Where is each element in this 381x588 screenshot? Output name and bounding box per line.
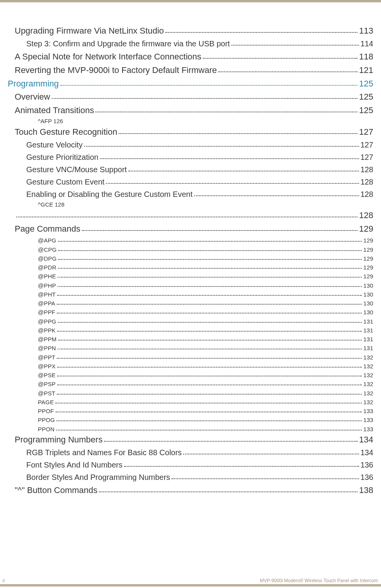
- toc-label: PPOF: [38, 408, 54, 414]
- toc-row[interactable]: @PPA 130: [8, 299, 373, 307]
- toc-page: 136: [361, 461, 373, 469]
- toc-row[interactable]: PAGE 132: [8, 398, 373, 405]
- toc-row[interactable]: Reverting the MVP-9000i to Factory Defau…: [8, 64, 373, 75]
- toc-row[interactable]: Touch Gesture Recognition 127: [8, 126, 373, 137]
- toc-row[interactable]: @APG 129: [8, 236, 373, 244]
- toc-row[interactable]: Enabling or Disabling the Gesture Custom…: [8, 189, 373, 199]
- toc-page: 136: [361, 473, 373, 482]
- toc-row[interactable]: Font Styles And Id Numbers 136: [8, 459, 373, 469]
- toc-label: Gesture Velocity: [26, 141, 83, 149]
- toc-row[interactable]: Upgrading Firmware Via NetLinx Studio 11…: [8, 25, 373, 36]
- dot-leader: [56, 407, 362, 412]
- dot-leader: [58, 281, 362, 286]
- dot-leader: [16, 209, 357, 217]
- toc-row[interactable]: @PPG 131: [8, 317, 373, 324]
- toc-row[interactable]: Programming 125: [8, 78, 373, 89]
- toc-label: @PDR: [38, 264, 56, 271]
- toc-page: 125: [359, 92, 373, 102]
- toc-page: 129: [363, 255, 373, 262]
- toc-row[interactable]: Step 3: Confirm and Upgrade the firmware…: [8, 38, 373, 48]
- toc-row[interactable]: "^" Button Commands 138: [8, 484, 373, 495]
- toc-row[interactable]: @PPN 131: [8, 344, 373, 351]
- toc-page: 132: [363, 399, 373, 405]
- toc-row[interactable]: Programming Numbers 134: [8, 434, 373, 445]
- toc-label: Overview: [15, 92, 50, 102]
- toc-row[interactable]: Gesture VNC/Mouse Support 128: [8, 164, 373, 174]
- toc-label: ^AFP 126: [38, 118, 63, 124]
- toc-row[interactable]: ^GCE 128: [8, 201, 373, 208]
- toc-label: @APG: [38, 237, 56, 244]
- toc-row[interactable]: @PPK 131: [8, 326, 373, 334]
- toc-row[interactable]: Gesture Velocity 127: [8, 139, 373, 149]
- toc-row[interactable]: Gesture Custom Event 128: [8, 176, 373, 186]
- toc-label: PAGE: [38, 399, 54, 405]
- dot-leader: [104, 434, 357, 442]
- toc-page: 128: [359, 210, 373, 220]
- dot-leader: [58, 245, 362, 251]
- toc-label: Touch Gesture Recognition: [15, 127, 117, 137]
- toc-page: 125: [359, 105, 373, 115]
- toc-row[interactable]: Border Styles And Programming Numbers 13…: [8, 472, 373, 482]
- toc-row[interactable]: @PHT 130: [8, 290, 373, 298]
- toc-row[interactable]: @PHE 129: [8, 272, 373, 280]
- toc-label: @PPM: [38, 336, 57, 342]
- dot-leader: [58, 335, 362, 341]
- toc-row[interactable]: 128: [8, 209, 373, 220]
- toc-row[interactable]: @PPF 130: [8, 308, 373, 315]
- toc-label: Gesture Prioritization: [26, 153, 99, 162]
- footer: 4 MVP-9000i Modero® Wireless Touch Panel…: [0, 576, 381, 586]
- toc-row[interactable]: @DPG 129: [8, 254, 373, 262]
- toc-row[interactable]: @PPM 131: [8, 335, 373, 342]
- toc-row[interactable]: @PDR 129: [8, 263, 373, 271]
- toc-row[interactable]: @PPT 132: [8, 353, 373, 360]
- toc-label: Programming Numbers: [15, 435, 102, 445]
- dot-leader: [124, 459, 359, 467]
- dot-leader: [60, 78, 357, 86]
- toc-page: 132: [363, 363, 373, 369]
- toc-label: @PSE: [38, 372, 56, 378]
- dot-leader: [57, 353, 362, 358]
- toc-page: 131: [363, 345, 373, 351]
- toc-row[interactable]: PPOF 133: [8, 407, 373, 414]
- dot-leader: [99, 484, 357, 492]
- dot-leader: [57, 326, 362, 332]
- toc-row[interactable]: @PPX 132: [8, 362, 373, 369]
- dot-leader: [183, 447, 359, 454]
- page-number: 4: [2, 578, 5, 583]
- toc-label: @PPG: [38, 318, 56, 325]
- toc-page: 128: [361, 178, 373, 186]
- toc-row[interactable]: Gesture Prioritization 127: [8, 152, 373, 162]
- toc-row[interactable]: Page Commands 129: [8, 223, 373, 234]
- toc-label: @PSP: [38, 381, 56, 387]
- toc-row[interactable]: ^AFP 126: [8, 118, 373, 124]
- toc-label: Gesture Custom Event: [26, 178, 104, 186]
- toc-row[interactable]: @PHP 130: [8, 281, 373, 288]
- toc-page: 130: [363, 282, 373, 289]
- toc-row[interactable]: @PST 132: [8, 389, 373, 396]
- toc-page: 133: [363, 426, 373, 432]
- toc-row[interactable]: @PSE 132: [8, 371, 373, 378]
- toc-label: Border Styles And Programming Numbers: [26, 473, 170, 482]
- toc-row[interactable]: RGB Triplets and Names For Basic 88 Colo…: [8, 447, 373, 457]
- dot-leader: [119, 126, 357, 134]
- toc-row[interactable]: PPOG 133: [8, 416, 373, 423]
- toc-row[interactable]: @CPG 129: [8, 245, 373, 252]
- toc-page: 127: [361, 153, 373, 162]
- toc-label: Gesture VNC/Mouse Support: [26, 165, 127, 174]
- toc-row[interactable]: PPON 133: [8, 425, 373, 432]
- toc-page: 128: [361, 165, 373, 174]
- toc-row[interactable]: @PSP 132: [8, 380, 373, 387]
- dot-leader: [218, 64, 357, 72]
- toc-page: 132: [363, 390, 373, 397]
- dot-leader: [57, 380, 362, 385]
- toc-row[interactable]: Overview 125: [8, 91, 373, 102]
- toc-page: 134: [359, 435, 373, 445]
- toc-page: 133: [363, 417, 373, 423]
- toc-label: Programming: [8, 79, 59, 89]
- toc-label: Animated Transitions: [15, 105, 94, 115]
- dot-leader: [55, 398, 362, 403]
- dot-leader: [194, 189, 359, 196]
- toc-row[interactable]: Animated Transitions 125: [8, 104, 373, 115]
- toc-row[interactable]: A Special Note for Network Interface Con…: [8, 51, 373, 62]
- toc-label: PPOG: [38, 417, 55, 423]
